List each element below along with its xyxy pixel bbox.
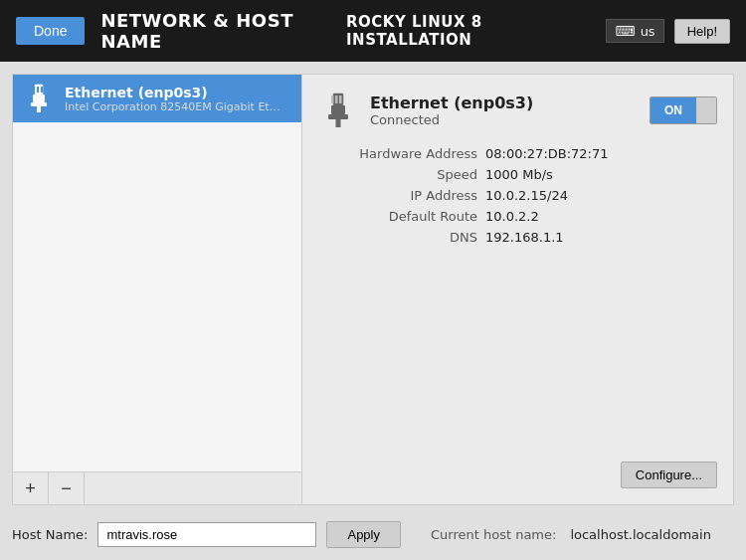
toggle-off-button[interactable] (696, 97, 716, 123)
header-left: Done NETWORK & HOST NAME (16, 10, 346, 52)
svg-rect-5 (33, 87, 35, 93)
svg-rect-11 (339, 95, 342, 103)
done-button[interactable]: Done (16, 17, 85, 45)
apply-button[interactable]: Apply (326, 521, 401, 548)
svg-rect-8 (331, 105, 345, 114)
device-header: Ethernet (enp0s3) Connected ON (318, 91, 717, 130)
ethernet-detail-icon (318, 91, 358, 130)
configure-button[interactable]: Configure... (621, 462, 717, 488)
keyboard-icon: ⌨ (615, 23, 635, 39)
keyboard-indicator[interactable]: ⌨ us (606, 19, 663, 43)
device-header-info: Ethernet (enp0s3) Connected (370, 93, 638, 127)
dns-label: DNS (338, 230, 477, 245)
svg-rect-1 (33, 94, 45, 102)
device-item[interactable]: Ethernet (enp0s3) Intel Corporation 8254… (13, 75, 301, 122)
network-details: Hardware Address 08:00:27:DB:72:71 Speed… (338, 146, 717, 245)
speed-value: 1000 Mb/s (485, 167, 717, 182)
right-panel: Ethernet (enp0s3) Connected ON Hardware … (302, 74, 734, 505)
svg-rect-4 (41, 87, 43, 93)
ip-address-value: 10.0.2.15/24 (485, 188, 717, 203)
host-name-label: Host Name: (12, 527, 88, 542)
default-route-label: Default Route (338, 209, 477, 224)
ethernet-icon (23, 83, 55, 114)
main-content: Ethernet (enp0s3) Intel Corporation 8254… (0, 62, 746, 560)
svg-rect-6 (37, 106, 41, 112)
help-button[interactable]: Help! (674, 19, 730, 44)
hardware-address-label: Hardware Address (338, 146, 477, 161)
default-route-value: 10.0.2.2 (485, 209, 717, 224)
speed-label: Speed (338, 167, 477, 182)
detail-device-name: Ethernet (enp0s3) (370, 93, 638, 112)
ip-address-label: IP Address (338, 188, 477, 203)
install-title: ROCKY LINUX 8 INSTALLATION (346, 13, 596, 49)
svg-rect-10 (335, 95, 338, 103)
toggle-on-button[interactable]: ON (651, 97, 696, 123)
add-device-button[interactable]: + (13, 472, 49, 504)
svg-rect-3 (37, 87, 39, 93)
keyboard-lang: us (641, 24, 655, 39)
device-info: Ethernet (enp0s3) Intel Corporation 8254… (65, 85, 283, 113)
device-list: Ethernet (enp0s3) Intel Corporation 8254… (13, 75, 301, 471)
configure-area: Configure... (318, 462, 717, 488)
dns-value: 192.168.1.1 (485, 230, 717, 245)
svg-rect-13 (336, 119, 341, 127)
header: Done NETWORK & HOST NAME ROCKY LINUX 8 I… (0, 0, 746, 62)
toggle-switch[interactable]: ON (650, 96, 717, 124)
list-controls: + − (13, 471, 301, 504)
bottom-row: Host Name: Apply Current host name: loca… (12, 515, 734, 548)
current-hostname-label: Current host name: (431, 527, 556, 542)
content-area: Ethernet (enp0s3) Intel Corporation 8254… (12, 74, 734, 505)
remove-device-button[interactable]: − (49, 472, 85, 504)
svg-rect-12 (331, 95, 334, 103)
left-panel: Ethernet (enp0s3) Intel Corporation 8254… (12, 74, 302, 505)
hardware-address-value: 08:00:27:DB:72:71 (485, 146, 717, 161)
host-name-input[interactable] (97, 522, 316, 547)
device-status: Connected (370, 112, 638, 127)
device-desc: Intel Corporation 82540EM Gigabit Ethern… (65, 100, 283, 113)
current-hostname-value: localhost.localdomain (570, 527, 710, 542)
device-name: Ethernet (enp0s3) (65, 85, 283, 100)
page-title: NETWORK & HOST NAME (100, 10, 346, 52)
svg-rect-9 (328, 114, 348, 119)
svg-rect-2 (31, 102, 47, 106)
header-right: ROCKY LINUX 8 INSTALLATION ⌨ us Help! (346, 13, 730, 49)
